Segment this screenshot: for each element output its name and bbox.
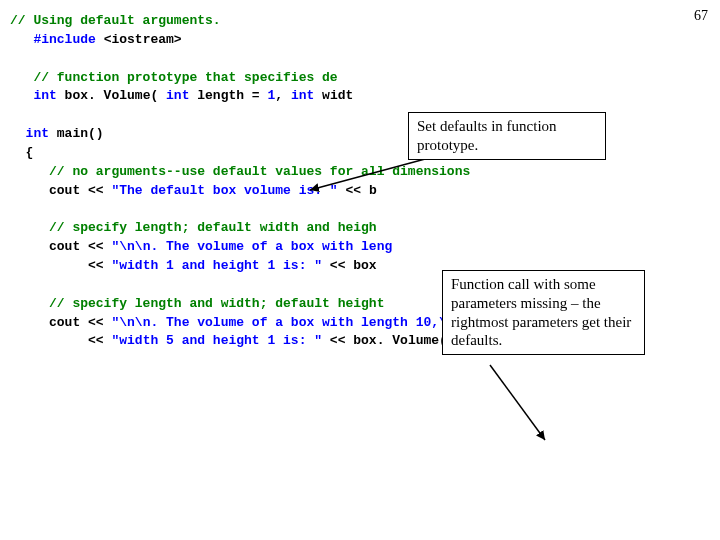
code-line: << [10, 333, 111, 348]
callout-box: Function call with some parameters missi… [442, 270, 645, 355]
code-line: length = [189, 88, 267, 103]
code-line: int [10, 126, 49, 141]
code-line: main() [49, 126, 104, 141]
code-line: int [291, 88, 314, 103]
code-line: // specify length; default width and hei… [10, 220, 377, 235]
code-line: "width 5 and height 1 is: " [111, 333, 322, 348]
code-line: << box [322, 258, 377, 273]
code-line: int [10, 88, 57, 103]
code-line: "\n\n. The volume of a box with length 1… [111, 315, 462, 330]
code-line: int [166, 88, 189, 103]
code-line: "\n\n. The volume of a box with leng [111, 239, 392, 254]
code-line: // Using default arguments. [10, 13, 221, 28]
code-line: // function prototype that specifies de [10, 70, 338, 85]
callout-box: Set defaults in function prototype. [408, 112, 606, 160]
code-line: "The default box volume is: " [111, 183, 337, 198]
code-line: #include [10, 32, 104, 47]
code-line: << b [338, 183, 377, 198]
code-line: << [10, 258, 111, 273]
code-line: // no arguments--use default values for … [10, 164, 470, 179]
code-line: "width 1 and height 1 is: " [111, 258, 322, 273]
code-line: cout << [10, 239, 111, 254]
code-line: <iostream> [104, 32, 182, 47]
code-line: { [10, 145, 33, 160]
arrow-icon [490, 365, 545, 440]
code-line: cout << [10, 315, 111, 330]
code-line: widt [314, 88, 353, 103]
code-line: cout << [10, 183, 111, 198]
page-number: 67 [694, 8, 708, 24]
code-line: , [275, 88, 291, 103]
code-line: // specify length and width; default hei… [10, 296, 384, 311]
code-line: box. Volume( [57, 88, 166, 103]
code-line: << box. Volume( [322, 333, 455, 348]
